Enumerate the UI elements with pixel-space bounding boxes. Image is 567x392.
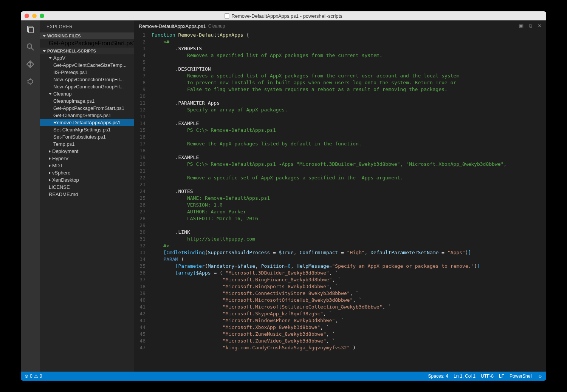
file-item[interactable]: Get-CleanmgrSettings.ps1 xyxy=(40,112,134,119)
folder-item[interactable]: XenDesktop xyxy=(40,176,134,184)
working-files-list: Get-AppxPackageFromStart.ps1 ... xyxy=(40,39,134,48)
status-lncol[interactable]: Ln 1, Col 1 xyxy=(454,373,476,379)
tree-item-label: Remove-DefaultAppxApps.ps1 xyxy=(53,120,121,125)
tab-filename: Remove-DefaultAppxApps.ps1 xyxy=(139,23,206,29)
tree-item-label: Get-CleanmgrSettings.ps1 xyxy=(53,113,111,118)
file-item[interactable]: Set-CleanMgrSettings.ps1 xyxy=(40,126,134,133)
chevron-down-icon xyxy=(49,93,52,95)
svg-point-7 xyxy=(28,79,33,84)
traffic-lights xyxy=(21,14,44,18)
file-item[interactable]: New-AppvConnectionGroupFil... xyxy=(40,76,134,83)
error-count: 0 xyxy=(30,373,33,379)
error-icon: ⊘ xyxy=(25,373,28,379)
file-item[interactable]: IIS-Prereqs.ps1 xyxy=(40,69,134,76)
file-item[interactable]: README.md xyxy=(40,191,134,198)
editor-tabs: Remove-DefaultAppxApps.ps1 Cleanup ▣ ⧉ ✕ xyxy=(134,20,546,32)
folder-item[interactable]: Cleanup xyxy=(40,90,134,97)
file-item[interactable]: LICENSE xyxy=(40,184,134,191)
warning-count: 0 xyxy=(40,373,42,379)
window-title-text: Remove-DefaultAppxApps.ps1 - powershell-… xyxy=(231,13,342,19)
chevron-right-icon xyxy=(49,157,51,160)
chevron-down-icon xyxy=(43,50,46,52)
tree-item-label: Deployment xyxy=(52,148,78,154)
editor-body[interactable]: 1234567891011121314151617181920212223242… xyxy=(134,32,546,372)
tree-item-label: Set-CleanMgrSettings.ps1 xyxy=(53,127,111,133)
svg-line-3 xyxy=(31,48,34,50)
file-item[interactable]: Set-FontSubstitutes.ps1 xyxy=(40,133,134,140)
maximize-window-button[interactable] xyxy=(40,14,44,18)
tree-item-label: New-AppvConnectionGroupFil... xyxy=(53,84,124,90)
statusbar: ⊘ 0 ⚠ 0 Spaces: 4 Ln 1, Col 1 UTF-8 LF P… xyxy=(21,372,546,381)
tree-item-label: vSphere xyxy=(52,170,70,176)
search-icon[interactable] xyxy=(25,42,36,52)
tree-item-label: CleanupImage.ps1 xyxy=(53,98,94,104)
tree-item-label: LICENSE xyxy=(49,184,70,190)
chevron-down-icon xyxy=(43,35,46,37)
file-item[interactable]: New-AppvConnectionGroupFil... xyxy=(40,83,134,90)
tree-item-label: IIS-Prereqs.ps1 xyxy=(53,69,87,75)
tab-active[interactable]: Remove-DefaultAppxApps.ps1 Cleanup xyxy=(139,23,225,29)
tree-item-label: AppV xyxy=(53,55,65,61)
sidebar: EXPLORER WORKING FILES Get-AppxPackageFr… xyxy=(40,20,134,372)
status-errors[interactable]: ⊘ 0 ⚠ 0 xyxy=(25,373,42,379)
titlebar: Remove-DefaultAppxApps.ps1 - powershell-… xyxy=(21,11,546,20)
file-item[interactable]: Get-AppxPackageFromStart.ps1 xyxy=(40,105,134,112)
tree-item-label: Temp.ps1 xyxy=(53,141,74,147)
close-window-button[interactable] xyxy=(25,14,29,18)
tree-item-label: Get-AppxPackageFromStart.ps1 xyxy=(53,105,124,111)
editor-area: Remove-DefaultAppxApps.ps1 Cleanup ▣ ⧉ ✕… xyxy=(134,20,546,372)
close-tab-icon[interactable]: ✕ xyxy=(538,23,542,29)
tree-item-label: Set-FontSubstitutes.ps1 xyxy=(53,134,106,140)
tree-item-label: MDT xyxy=(52,163,63,168)
status-language[interactable]: PowerShell xyxy=(510,373,533,379)
folder-item[interactable]: HyperV xyxy=(40,155,134,162)
tree-item-label: XenDesktop xyxy=(52,177,79,183)
svg-rect-1 xyxy=(29,27,33,33)
status-spaces[interactable]: Spaces: 4 xyxy=(428,373,448,379)
folder-item[interactable]: MDT xyxy=(40,162,134,169)
folder-item[interactable]: Deployment xyxy=(40,148,134,155)
status-eol[interactable]: LF xyxy=(499,373,504,379)
chevron-down-icon xyxy=(49,57,52,59)
file-icon xyxy=(225,13,229,19)
chevron-right-icon xyxy=(49,171,51,174)
vscode-window: Remove-DefaultAppxApps.ps1 - powershell-… xyxy=(21,11,546,381)
main-area: EXPLORER WORKING FILES Get-AppxPackageFr… xyxy=(21,20,546,372)
file-item[interactable]: CleanupImage.ps1 xyxy=(40,97,134,105)
tree-item-label: New-AppvConnectionGroupFil... xyxy=(53,77,124,82)
explorer-icon[interactable] xyxy=(25,24,36,35)
more-actions-icon[interactable]: ⧉ xyxy=(529,23,532,29)
tree-item-label: Get-AppvClientCacheSizeTemp... xyxy=(53,62,127,68)
working-files-header[interactable]: WORKING FILES xyxy=(40,32,134,39)
debug-icon[interactable] xyxy=(25,76,36,87)
line-gutter: 1234567891011121314151617181920212223242… xyxy=(134,32,152,372)
folder-item[interactable]: vSphere xyxy=(40,169,134,176)
status-encoding[interactable]: UTF-8 xyxy=(481,373,494,379)
status-feedback-icon[interactable]: ☺ xyxy=(538,373,542,379)
file-item[interactable]: Temp.ps1 xyxy=(40,140,134,148)
file-tree: AppVGet-AppvClientCacheSizeTemp...IIS-Pr… xyxy=(40,54,134,372)
tab-subtitle: Cleanup xyxy=(208,23,225,29)
folder-item[interactable]: AppV xyxy=(40,54,134,62)
split-editor-icon[interactable]: ▣ xyxy=(519,23,524,29)
file-item[interactable]: Get-AppvClientCacheSizeTemp... xyxy=(40,62,134,69)
svg-point-2 xyxy=(27,44,32,48)
working-files-header-label: WORKING FILES xyxy=(47,34,81,38)
chevron-right-icon xyxy=(49,164,51,167)
tree-item-label: Cleanup xyxy=(53,91,71,97)
project-header[interactable]: POWERSHELL-SCRIPTS xyxy=(40,48,134,54)
minimize-window-button[interactable] xyxy=(32,14,37,18)
tree-item-label: README.md xyxy=(49,191,78,197)
working-file-item[interactable]: Get-AppxPackageFromStart.ps1 ... xyxy=(40,39,134,48)
project-header-label: POWERSHELL-SCRIPTS xyxy=(47,49,96,53)
tree-item-label: HyperV xyxy=(52,156,68,161)
git-icon[interactable] xyxy=(25,59,36,69)
warning-icon: ⚠ xyxy=(34,373,38,379)
chevron-right-icon xyxy=(49,150,51,153)
file-item[interactable]: Remove-DefaultAppxApps.ps1 xyxy=(40,119,134,126)
code-content[interactable]: Function Remove-DefaultAppxApps { <# .SY… xyxy=(152,32,546,372)
window-title: Remove-DefaultAppxApps.ps1 - powershell-… xyxy=(225,13,342,19)
chevron-right-icon xyxy=(49,179,51,182)
activity-bar xyxy=(21,20,40,372)
sidebar-title: EXPLORER xyxy=(40,20,134,32)
